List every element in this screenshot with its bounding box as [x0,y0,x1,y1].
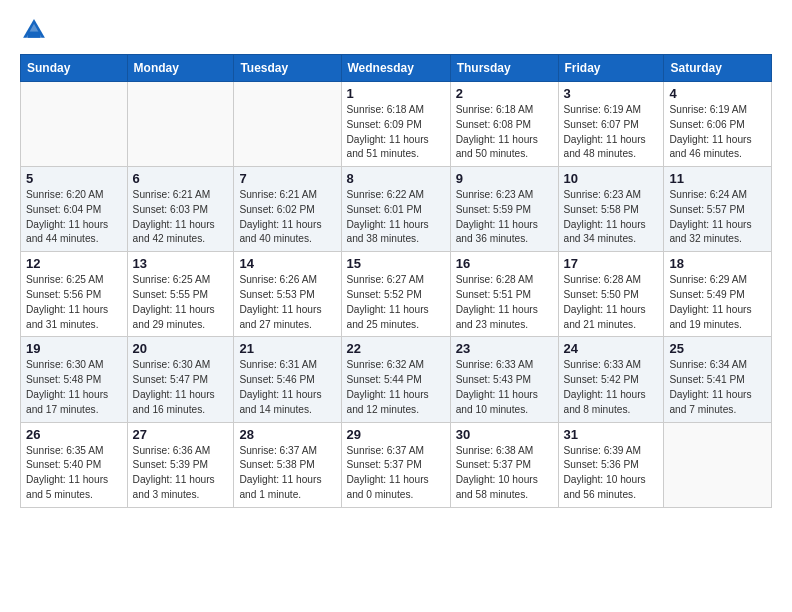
day-info: Sunrise: 6:36 AM Sunset: 5:39 PM Dayligh… [133,444,229,503]
day-number: 17 [564,256,659,271]
calendar-cell: 8Sunrise: 6:22 AM Sunset: 6:01 PM Daylig… [341,167,450,252]
weekday-header-friday: Friday [558,55,664,82]
day-info: Sunrise: 6:23 AM Sunset: 5:59 PM Dayligh… [456,188,553,247]
day-info: Sunrise: 6:33 AM Sunset: 5:42 PM Dayligh… [564,358,659,417]
calendar-cell: 9Sunrise: 6:23 AM Sunset: 5:59 PM Daylig… [450,167,558,252]
calendar-cell: 19Sunrise: 6:30 AM Sunset: 5:48 PM Dayli… [21,337,128,422]
day-info: Sunrise: 6:32 AM Sunset: 5:44 PM Dayligh… [347,358,445,417]
calendar-cell: 28Sunrise: 6:37 AM Sunset: 5:38 PM Dayli… [234,422,341,507]
calendar-cell: 13Sunrise: 6:25 AM Sunset: 5:55 PM Dayli… [127,252,234,337]
day-number: 22 [347,341,445,356]
calendar-cell: 30Sunrise: 6:38 AM Sunset: 5:37 PM Dayli… [450,422,558,507]
day-number: 6 [133,171,229,186]
calendar-cell: 20Sunrise: 6:30 AM Sunset: 5:47 PM Dayli… [127,337,234,422]
day-info: Sunrise: 6:33 AM Sunset: 5:43 PM Dayligh… [456,358,553,417]
day-number: 13 [133,256,229,271]
weekday-header-thursday: Thursday [450,55,558,82]
calendar-cell: 25Sunrise: 6:34 AM Sunset: 5:41 PM Dayli… [664,337,772,422]
day-info: Sunrise: 6:26 AM Sunset: 5:53 PM Dayligh… [239,273,335,332]
day-info: Sunrise: 6:18 AM Sunset: 6:09 PM Dayligh… [347,103,445,162]
calendar-cell: 31Sunrise: 6:39 AM Sunset: 5:36 PM Dayli… [558,422,664,507]
calendar-header-row: SundayMondayTuesdayWednesdayThursdayFrid… [21,55,772,82]
weekday-header-sunday: Sunday [21,55,128,82]
calendar-week-row: 19Sunrise: 6:30 AM Sunset: 5:48 PM Dayli… [21,337,772,422]
day-info: Sunrise: 6:39 AM Sunset: 5:36 PM Dayligh… [564,444,659,503]
day-number: 31 [564,427,659,442]
calendar-cell: 4Sunrise: 6:19 AM Sunset: 6:06 PM Daylig… [664,82,772,167]
weekday-header-wednesday: Wednesday [341,55,450,82]
svg-rect-2 [28,32,40,38]
calendar-cell: 1Sunrise: 6:18 AM Sunset: 6:09 PM Daylig… [341,82,450,167]
day-number: 14 [239,256,335,271]
day-info: Sunrise: 6:19 AM Sunset: 6:06 PM Dayligh… [669,103,766,162]
calendar-cell: 17Sunrise: 6:28 AM Sunset: 5:50 PM Dayli… [558,252,664,337]
calendar-cell: 15Sunrise: 6:27 AM Sunset: 5:52 PM Dayli… [341,252,450,337]
day-info: Sunrise: 6:28 AM Sunset: 5:50 PM Dayligh… [564,273,659,332]
day-number: 3 [564,86,659,101]
calendar-cell: 26Sunrise: 6:35 AM Sunset: 5:40 PM Dayli… [21,422,128,507]
day-number: 15 [347,256,445,271]
calendar-cell: 16Sunrise: 6:28 AM Sunset: 5:51 PM Dayli… [450,252,558,337]
calendar-cell: 23Sunrise: 6:33 AM Sunset: 5:43 PM Dayli… [450,337,558,422]
day-number: 25 [669,341,766,356]
day-number: 26 [26,427,122,442]
day-number: 20 [133,341,229,356]
day-info: Sunrise: 6:21 AM Sunset: 6:02 PM Dayligh… [239,188,335,247]
calendar-week-row: 5Sunrise: 6:20 AM Sunset: 6:04 PM Daylig… [21,167,772,252]
calendar-cell: 14Sunrise: 6:26 AM Sunset: 5:53 PM Dayli… [234,252,341,337]
day-number: 23 [456,341,553,356]
logo-icon [20,16,48,44]
day-info: Sunrise: 6:28 AM Sunset: 5:51 PM Dayligh… [456,273,553,332]
day-number: 11 [669,171,766,186]
weekday-header-monday: Monday [127,55,234,82]
day-number: 27 [133,427,229,442]
calendar-cell: 5Sunrise: 6:20 AM Sunset: 6:04 PM Daylig… [21,167,128,252]
calendar-cell: 24Sunrise: 6:33 AM Sunset: 5:42 PM Dayli… [558,337,664,422]
day-info: Sunrise: 6:30 AM Sunset: 5:48 PM Dayligh… [26,358,122,417]
calendar-cell: 12Sunrise: 6:25 AM Sunset: 5:56 PM Dayli… [21,252,128,337]
day-info: Sunrise: 6:30 AM Sunset: 5:47 PM Dayligh… [133,358,229,417]
day-number: 4 [669,86,766,101]
weekday-header-saturday: Saturday [664,55,772,82]
calendar-cell: 29Sunrise: 6:37 AM Sunset: 5:37 PM Dayli… [341,422,450,507]
calendar-cell: 6Sunrise: 6:21 AM Sunset: 6:03 PM Daylig… [127,167,234,252]
calendar-cell: 3Sunrise: 6:19 AM Sunset: 6:07 PM Daylig… [558,82,664,167]
day-number: 2 [456,86,553,101]
header [20,16,772,44]
calendar-week-row: 12Sunrise: 6:25 AM Sunset: 5:56 PM Dayli… [21,252,772,337]
day-number: 9 [456,171,553,186]
day-info: Sunrise: 6:38 AM Sunset: 5:37 PM Dayligh… [456,444,553,503]
calendar-cell [21,82,128,167]
day-number: 16 [456,256,553,271]
calendar-cell: 27Sunrise: 6:36 AM Sunset: 5:39 PM Dayli… [127,422,234,507]
day-number: 1 [347,86,445,101]
calendar-cell: 22Sunrise: 6:32 AM Sunset: 5:44 PM Dayli… [341,337,450,422]
logo [20,16,52,44]
calendar: SundayMondayTuesdayWednesdayThursdayFrid… [20,54,772,508]
day-number: 29 [347,427,445,442]
day-number: 10 [564,171,659,186]
weekday-header-tuesday: Tuesday [234,55,341,82]
day-info: Sunrise: 6:20 AM Sunset: 6:04 PM Dayligh… [26,188,122,247]
calendar-cell: 2Sunrise: 6:18 AM Sunset: 6:08 PM Daylig… [450,82,558,167]
day-info: Sunrise: 6:19 AM Sunset: 6:07 PM Dayligh… [564,103,659,162]
day-info: Sunrise: 6:29 AM Sunset: 5:49 PM Dayligh… [669,273,766,332]
day-number: 28 [239,427,335,442]
day-info: Sunrise: 6:22 AM Sunset: 6:01 PM Dayligh… [347,188,445,247]
calendar-week-row: 26Sunrise: 6:35 AM Sunset: 5:40 PM Dayli… [21,422,772,507]
day-info: Sunrise: 6:24 AM Sunset: 5:57 PM Dayligh… [669,188,766,247]
calendar-cell [234,82,341,167]
day-info: Sunrise: 6:25 AM Sunset: 5:56 PM Dayligh… [26,273,122,332]
day-info: Sunrise: 6:23 AM Sunset: 5:58 PM Dayligh… [564,188,659,247]
day-number: 5 [26,171,122,186]
day-number: 8 [347,171,445,186]
day-info: Sunrise: 6:27 AM Sunset: 5:52 PM Dayligh… [347,273,445,332]
day-info: Sunrise: 6:18 AM Sunset: 6:08 PM Dayligh… [456,103,553,162]
day-number: 18 [669,256,766,271]
day-number: 24 [564,341,659,356]
day-info: Sunrise: 6:37 AM Sunset: 5:37 PM Dayligh… [347,444,445,503]
day-number: 21 [239,341,335,356]
day-info: Sunrise: 6:25 AM Sunset: 5:55 PM Dayligh… [133,273,229,332]
day-info: Sunrise: 6:34 AM Sunset: 5:41 PM Dayligh… [669,358,766,417]
calendar-cell: 11Sunrise: 6:24 AM Sunset: 5:57 PM Dayli… [664,167,772,252]
